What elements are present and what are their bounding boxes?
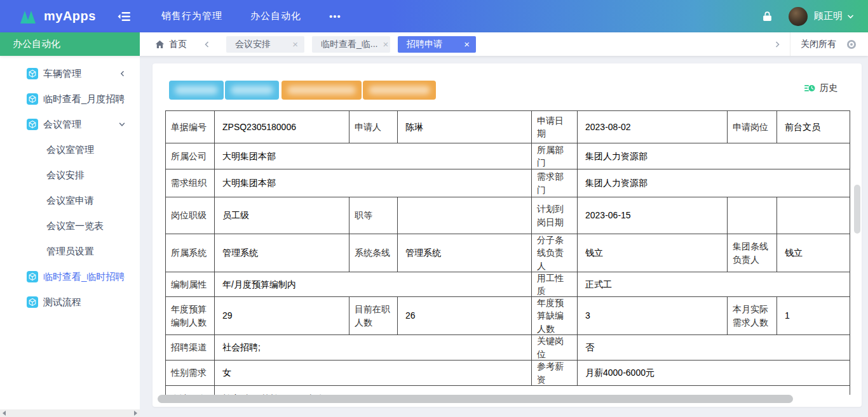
cell-value: 集团人力资源部 [578, 169, 850, 197]
lock-icon[interactable] [763, 11, 772, 22]
sidebar-item-label: 会议管理 [43, 119, 81, 131]
divider [790, 32, 790, 56]
sidebar: 车辆管理临时查看_月度招聘会议管理会议室管理会议安排会议室申请会议室一览表管理员… [0, 56, 140, 409]
sidebar-item-7[interactable]: 会议室一览表 [0, 213, 140, 239]
cell-value: 社会招聘; [215, 335, 532, 361]
redacted-label [175, 86, 218, 95]
nav-item-1[interactable]: 销售行为管理 [147, 0, 236, 32]
history-button[interactable]: 历史 [804, 83, 837, 94]
chevron-down-icon[interactable] [847, 14, 854, 19]
logo-text: myApps [44, 9, 96, 23]
cell-value: 陈琳 [398, 111, 532, 143]
sidebar-hscrollbar[interactable] [0, 409, 140, 417]
cell-label: 单据编号 [166, 111, 215, 143]
sidebar-item-1[interactable]: 车辆管理 [0, 61, 140, 86]
cell-label: 目前在职人数 [349, 297, 398, 335]
cell-value: 26 [398, 297, 532, 335]
tab-list: 会议安排×临时查看_临...×招聘申请× [226, 36, 484, 53]
sidebar-item-label: 会议室一览表 [46, 220, 104, 232]
sidebar-item-label: 会议室管理 [46, 144, 94, 156]
cell-label: 计划到岗日期 [532, 197, 578, 234]
tab-close-icon[interactable]: × [383, 39, 388, 50]
redacted-action-button-1[interactable] [169, 81, 224, 100]
sidebar-item-8[interactable]: 管理员设置 [0, 239, 140, 264]
redacted-action-button-3[interactable] [281, 81, 362, 100]
cell-value [777, 197, 850, 234]
cell-label: 分子条线负责人 [532, 234, 578, 272]
gear-icon[interactable] [846, 39, 857, 50]
sidebar-item-4[interactable]: 会议室管理 [0, 137, 140, 162]
user-name[interactable]: 顾正明 [814, 10, 843, 22]
horizontal-scrollbar-thumb[interactable] [158, 395, 793, 403]
table-row-6: 编制属性年/月度预算编制内用工性质正式工 [166, 272, 850, 297]
cell-label: 系统条线 [349, 234, 398, 272]
tab-label: 临时查看_临... [321, 39, 377, 50]
app-logo[interactable]: myApps [19, 8, 96, 25]
cell-label: 需求部门 [532, 169, 578, 197]
top-header: myApps 销售行为管理办公自动化••• 顾正明 [0, 0, 868, 32]
cube-icon [27, 119, 38, 130]
cell-value: 管理系统 [398, 234, 532, 272]
logo-m-icon [19, 8, 38, 25]
tab-bar-right: 关闭所有 [773, 32, 857, 56]
home-button[interactable]: 首页 [155, 39, 187, 50]
cell-label [728, 197, 777, 234]
sidebar-item-6[interactable]: 会议室申请 [0, 188, 140, 213]
table-row-8: 招聘渠道社会招聘;关键岗位否 [166, 335, 850, 361]
sidebar-item-10[interactable]: 测试流程 [0, 289, 140, 315]
sidebar-item-label: 会议室申请 [46, 195, 94, 207]
sidebar-item-2[interactable]: 临时查看_月度招聘 [0, 86, 140, 112]
cube-icon [27, 296, 38, 308]
cube-icon [27, 93, 38, 105]
sidebar-item-9[interactable]: 临时查看_临时招聘 [0, 264, 140, 289]
sidebar-item-label: 临时查看_临时招聘 [43, 271, 125, 283]
redacted-label [369, 86, 430, 95]
table-row-4: 岗位职级员工级职等计划到岗日期2023-06-15 [166, 197, 850, 234]
redacted-label [287, 86, 356, 95]
cell-label: 年度预算编制人数 [166, 297, 215, 335]
nav-item-2[interactable]: 办公自动化 [236, 0, 315, 32]
table-row-3: 需求组织大明集团本部需求部门集团人力资源部 [166, 169, 850, 197]
home-icon [155, 40, 165, 49]
cell-label: 申请人 [349, 111, 398, 143]
cell-label: 职等 [349, 197, 398, 234]
redacted-action-button-4[interactable] [363, 81, 436, 100]
cell-label: 所属公司 [166, 143, 215, 169]
cell-value: 钱立 [777, 234, 850, 272]
cell-label: 用工性质 [532, 272, 578, 297]
cell-value: 3 [578, 297, 728, 335]
tab-3[interactable]: 招聘申请× [398, 36, 476, 53]
sidebar-item-label: 测试流程 [43, 296, 81, 308]
sidebar-item-3[interactable]: 会议管理 [0, 112, 140, 137]
tab-2[interactable]: 临时查看_临...× [312, 36, 390, 53]
cell-value: 员工级 [215, 197, 349, 234]
tab-close-icon[interactable]: × [292, 39, 298, 50]
cell-label: 申请岗位 [728, 111, 777, 143]
cell-value: 集团人力资源部 [578, 143, 850, 169]
cell-value: 补充(离职替补、人员流动) [215, 386, 850, 395]
cell-value: ZPSQ2305180006 [215, 111, 349, 143]
table-row-5: 所属系统管理系统系统条线管理系统分子条线负责人钱立集团条线负责人钱立 [166, 234, 850, 272]
tabs-scroll-left-icon[interactable] [203, 41, 211, 48]
sidebar-toggle-icon[interactable] [118, 11, 131, 22]
user-avatar[interactable] [789, 7, 808, 26]
redacted-label [231, 86, 273, 95]
cell-value: 钱立 [578, 234, 728, 272]
scroll-left-arrow-icon[interactable] [3, 411, 6, 416]
vertical-scrollbar-thumb[interactable] [854, 185, 860, 234]
table-row-1: 单据编号ZPSQ2305180006申请人陈琳申请日期2023-08-02申请岗… [166, 111, 850, 143]
form-table-wrapper: 单据编号ZPSQ2305180006申请人陈琳申请日期2023-08-02申请岗… [165, 110, 850, 395]
sidebar-item-label: 临时查看_月度招聘 [43, 93, 125, 105]
tab-1[interactable]: 会议安排× [226, 36, 304, 53]
tab-close-icon[interactable]: × [464, 39, 470, 50]
sidebar-item-5[interactable]: 会议安排 [0, 162, 140, 188]
chevron-left-icon [119, 70, 126, 77]
close-all-button[interactable]: 关闭所有 [801, 39, 836, 50]
scroll-right-arrow-icon[interactable] [134, 411, 137, 416]
tab-label: 招聘申请 [407, 39, 442, 50]
tabs-scroll-right-icon[interactable] [773, 41, 781, 48]
sidebar-item-label: 会议安排 [46, 169, 85, 182]
redacted-action-button-2[interactable] [225, 81, 279, 100]
header-right: 顾正明 [763, 7, 854, 26]
nav-item-3[interactable]: ••• [315, 0, 355, 32]
